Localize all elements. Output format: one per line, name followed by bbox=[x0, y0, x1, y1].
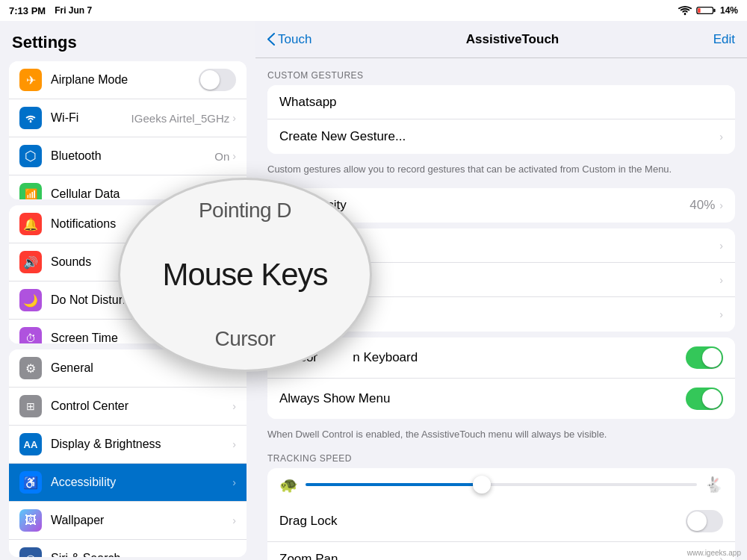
status-bar: 7:13 PM Fri Jun 7 14% bbox=[0, 0, 747, 21]
always-show-menu-item[interactable]: Always Show Menu bbox=[267, 379, 735, 419]
cursor-toggle[interactable] bbox=[686, 346, 723, 369]
magnifier-center-text: Mouse Keys bbox=[162, 257, 327, 293]
airplane-label: Airplane Mode bbox=[51, 73, 199, 87]
idle-opacity-value: 40% bbox=[689, 198, 715, 213]
display-icon: AA bbox=[19, 433, 42, 455]
nav-title: AssistiveTouch bbox=[311, 32, 713, 47]
bluetooth-icon: ⬡ bbox=[19, 145, 42, 167]
magnifier-overlay: Pointing D Mouse Keys Cursor bbox=[118, 178, 372, 372]
bluetooth-chevron: › bbox=[232, 150, 236, 162]
back-chevron-icon bbox=[267, 33, 275, 46]
always-show-menu-label: Always Show Menu bbox=[279, 391, 686, 406]
tracking-speed-header: TRACKING SPEED bbox=[255, 453, 747, 468]
status-time: 7:13 PM bbox=[9, 5, 46, 16]
bluetooth-value: On bbox=[214, 150, 229, 163]
new-gesture-label: Create New Gesture... bbox=[279, 129, 719, 144]
sidebar-group-1: ✈ Airplane Mode Wi-Fi IGeeks Airtel_5GHz… bbox=[9, 61, 247, 199]
whatsapp-label: Whatsapp bbox=[279, 95, 723, 110]
pointing-chevron: › bbox=[719, 240, 723, 252]
siri-label: Siri & Search bbox=[51, 552, 232, 557]
accessibility-icon: ♿ bbox=[19, 471, 42, 494]
controlcenter-label: Control Center bbox=[51, 399, 232, 413]
donotdisturb-icon: 🌙 bbox=[19, 289, 42, 311]
fast-rabbit-icon: 🐇 bbox=[704, 476, 723, 494]
sidebar-item-bluetooth[interactable]: ⬡ Bluetooth On › bbox=[9, 137, 247, 175]
status-date: Fri Jun 7 bbox=[55, 5, 92, 16]
zoom-pan-label: Zoom Pan bbox=[279, 552, 719, 560]
notifications-icon: 🔔 bbox=[19, 213, 42, 235]
airplane-toggle[interactable] bbox=[199, 69, 236, 91]
drag-lock-toggle[interactable] bbox=[686, 510, 723, 532]
back-label: Touch bbox=[278, 32, 311, 47]
tracking-slider-fill bbox=[306, 483, 482, 486]
drag-lock-label: Drag Lock bbox=[279, 514, 686, 529]
wallpaper-icon: 🖼 bbox=[19, 509, 42, 532]
controlcenter-chevron: › bbox=[232, 400, 236, 412]
sidebar-item-siri[interactable]: ◉ Siri & Search › bbox=[9, 540, 247, 557]
sidebar-item-airplane[interactable]: ✈ Airplane Mode bbox=[9, 61, 247, 99]
cursor-group: Cursor n Keyboard Always Show Menu bbox=[267, 337, 735, 419]
tracking-slider-track bbox=[306, 483, 697, 486]
sidebar-item-wallpaper[interactable]: 🖼 Wallpaper › bbox=[9, 502, 247, 540]
drag-lock-item[interactable]: Drag Lock bbox=[267, 501, 735, 542]
status-icons: 14% bbox=[678, 5, 738, 16]
cellular-icon: 📶 bbox=[19, 183, 42, 199]
accessibility-chevron: › bbox=[232, 476, 236, 488]
cursor-keyboard-item[interactable]: Cursor n Keyboard bbox=[267, 337, 735, 379]
sidebar-title: Settings bbox=[0, 21, 255, 58]
mousekeys-chevron: › bbox=[719, 274, 723, 286]
wifi-chevron: › bbox=[232, 112, 236, 124]
dwell-control-footer: When Dwell Control is enabled, the Assis… bbox=[255, 422, 747, 453]
edit-button[interactable]: Edit bbox=[713, 32, 735, 47]
siri-chevron: › bbox=[232, 553, 236, 557]
always-show-menu-toggle[interactable] bbox=[686, 388, 723, 410]
sounds-icon: 🔊 bbox=[19, 251, 42, 273]
svg-rect-3 bbox=[698, 8, 700, 13]
new-gesture-chevron: › bbox=[719, 131, 723, 143]
extra-chevron: › bbox=[719, 308, 723, 320]
wifi-icon bbox=[678, 5, 692, 16]
idle-opacity-chevron: › bbox=[719, 199, 723, 211]
accessibility-label: Accessibility bbox=[51, 476, 232, 489]
new-gesture-item[interactable]: Create New Gesture... › bbox=[267, 119, 735, 154]
sidebar-item-display[interactable]: AA Display & Brightness › bbox=[9, 426, 247, 464]
wallpaper-label: Wallpaper bbox=[51, 514, 232, 527]
tracking-slider-thumb[interactable] bbox=[473, 476, 491, 494]
magnifier-top-text: Pointing D bbox=[199, 199, 291, 223]
siri-icon: ◉ bbox=[19, 547, 42, 557]
custom-gestures-header: CUSTOM GESTURES bbox=[255, 70, 747, 85]
tracking-slider-row: 🐢 🐇 bbox=[267, 468, 735, 501]
svg-point-0 bbox=[684, 13, 686, 16]
magnifier-bottom-text: Cursor bbox=[214, 327, 275, 351]
svg-rect-2 bbox=[713, 9, 715, 12]
svg-point-4 bbox=[30, 121, 32, 123]
airplane-icon: ✈ bbox=[19, 69, 42, 91]
wifi-sidebar-icon bbox=[19, 107, 42, 129]
cursor-label: Cursor n Keyboard bbox=[279, 350, 686, 365]
bluetooth-label: Bluetooth bbox=[51, 149, 214, 163]
controlcenter-icon: ⊞ bbox=[19, 395, 42, 417]
watermark: www.igeeks.app bbox=[687, 549, 741, 557]
wifi-label: Wi-Fi bbox=[51, 111, 131, 125]
sidebar-group-3: ⚙ General › ⊞ Control Center › AA Displa… bbox=[9, 349, 247, 557]
wallpaper-chevron: › bbox=[232, 514, 236, 526]
display-chevron: › bbox=[232, 438, 236, 450]
sidebar-item-wifi[interactable]: Wi-Fi IGeeks Airtel_5GHz › bbox=[9, 99, 247, 137]
custom-gestures-group: Whatsapp Create New Gesture... › bbox=[267, 85, 735, 154]
whatsapp-item[interactable]: Whatsapp bbox=[267, 85, 735, 119]
battery-percent: 14% bbox=[720, 5, 738, 16]
slow-turtle-icon: 🐢 bbox=[279, 476, 298, 494]
display-label: Display & Brightness bbox=[51, 438, 232, 451]
tracking-group: 🐢 🐇 Drag Lock Zoom Pan › bbox=[267, 468, 735, 560]
screentime-icon: ⏱ bbox=[19, 327, 42, 343]
custom-gestures-footer: Custom gestures allow you to record gest… bbox=[255, 157, 747, 188]
zoom-pan-item[interactable]: Zoom Pan › bbox=[267, 542, 735, 560]
nav-bar: Touch AssistiveTouch Edit bbox=[255, 21, 747, 58]
battery-icon bbox=[696, 5, 716, 16]
sidebar-item-controlcenter[interactable]: ⊞ Control Center › bbox=[9, 388, 247, 426]
wifi-value: IGeeks Airtel_5GHz bbox=[131, 112, 230, 125]
sidebar-item-accessibility[interactable]: ♿ Accessibility › bbox=[9, 464, 247, 502]
general-icon: ⚙ bbox=[19, 357, 42, 379]
back-button[interactable]: Touch bbox=[267, 32, 311, 47]
